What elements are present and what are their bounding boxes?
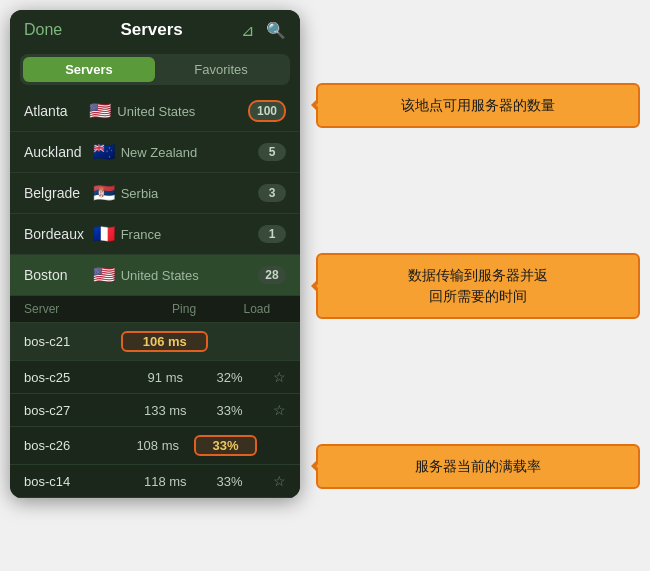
col-ping-label: Ping — [140, 302, 227, 316]
tab-favorites[interactable]: Favorites — [155, 57, 287, 82]
annotations-panel: 该地点可用服务器的数量 数据传输到服务器并返回所需要的时间 服务器当前的满载率 — [300, 0, 650, 571]
city-label: Bordeaux — [24, 226, 93, 242]
sub-server-ping: 118 ms — [127, 474, 204, 489]
flag-us2: 🇺🇸 — [93, 264, 115, 286]
city-label: Belgrade — [24, 185, 93, 201]
favorite-star[interactable]: ☆ — [255, 369, 286, 385]
sub-server-load: 33% — [204, 403, 255, 418]
sub-server-row-bosc21[interactable]: bos-c21 106 ms — [10, 323, 300, 361]
city-label: Auckland — [24, 144, 93, 160]
annotation-server-count: 该地点可用服务器的数量 — [316, 83, 640, 128]
favorite-star[interactable]: ☆ — [255, 402, 286, 418]
server-row-atlanta[interactable]: Atlanta 🇺🇸 United States 100 — [10, 91, 300, 132]
col-load-label: Load — [228, 302, 286, 316]
sub-server-name: bos-c14 — [24, 474, 127, 489]
server-row-boston[interactable]: Boston 🇺🇸 United States 28 — [10, 255, 300, 296]
country-label: United States — [121, 268, 258, 283]
server-count: 5 — [258, 143, 286, 161]
sub-server-ping: 133 ms — [127, 403, 204, 418]
country-label: Serbia — [121, 186, 258, 201]
annotation-ping: 数据传输到服务器并返回所需要的时间 — [316, 253, 640, 319]
sub-server-row-bosc25[interactable]: bos-c25 91 ms 32% ☆ — [10, 361, 300, 394]
flag-us: 🇺🇸 — [89, 100, 111, 122]
annotation-load: 服务器当前的满载率 — [316, 444, 640, 489]
server-row-bordeaux[interactable]: Bordeaux 🇫🇷 France 1 — [10, 214, 300, 255]
sub-server-row-bosc26[interactable]: bos-c26 108 ms 33% — [10, 427, 300, 465]
sub-header: Server Ping Load — [10, 296, 300, 323]
filter-icon[interactable]: ⊿ — [241, 21, 254, 40]
main-wrapper: Done Servers ⊿ 🔍 Servers Favorites Atlan… — [0, 0, 650, 571]
flag-rs: 🇷🇸 — [93, 182, 115, 204]
search-icon[interactable]: 🔍 — [266, 21, 286, 40]
flag-fr: 🇫🇷 — [93, 223, 115, 245]
top-bar-icons: ⊿ 🔍 — [241, 21, 286, 40]
server-row-auckland[interactable]: Auckland 🇳🇿 New Zealand 5 — [10, 132, 300, 173]
favorite-star[interactable]: ☆ — [255, 473, 286, 489]
city-label: Atlanta — [24, 103, 89, 119]
sub-server-load: 33% — [194, 435, 257, 456]
sub-server-load: 32% — [204, 370, 255, 385]
server-row-belgrade[interactable]: Belgrade 🇷🇸 Serbia 3 — [10, 173, 300, 214]
server-count: 100 — [248, 100, 286, 122]
sub-server-name: bos-c27 — [24, 403, 127, 418]
top-bar: Done Servers ⊿ 🔍 — [10, 10, 300, 50]
sub-server-ping: 108 ms — [121, 438, 194, 453]
server-count: 1 — [258, 225, 286, 243]
sub-server-name: bos-c21 — [24, 334, 121, 349]
col-server-label: Server — [24, 302, 140, 316]
country-label: United States — [117, 104, 248, 119]
page-title: Servers — [120, 20, 182, 40]
flag-nz: 🇳🇿 — [93, 141, 115, 163]
sub-server-load: 33% — [204, 474, 255, 489]
done-button[interactable]: Done — [24, 21, 62, 39]
server-count: 3 — [258, 184, 286, 202]
sub-server-ping: 91 ms — [127, 370, 204, 385]
country-label: France — [121, 227, 258, 242]
server-count: 28 — [258, 266, 286, 284]
sub-server-name: bos-c26 — [24, 438, 121, 453]
sub-server-row-bosc14[interactable]: bos-c14 118 ms 33% ☆ — [10, 465, 300, 498]
country-label: New Zealand — [121, 145, 258, 160]
tab-bar: Servers Favorites — [20, 54, 290, 85]
sub-server-ping: 106 ms — [121, 331, 208, 352]
sub-server-row-bosc27[interactable]: bos-c27 133 ms 33% ☆ — [10, 394, 300, 427]
tab-servers[interactable]: Servers — [23, 57, 155, 82]
phone-panel: Done Servers ⊿ 🔍 Servers Favorites Atlan… — [10, 10, 300, 498]
sub-server-name: bos-c25 — [24, 370, 127, 385]
city-label: Boston — [24, 267, 93, 283]
